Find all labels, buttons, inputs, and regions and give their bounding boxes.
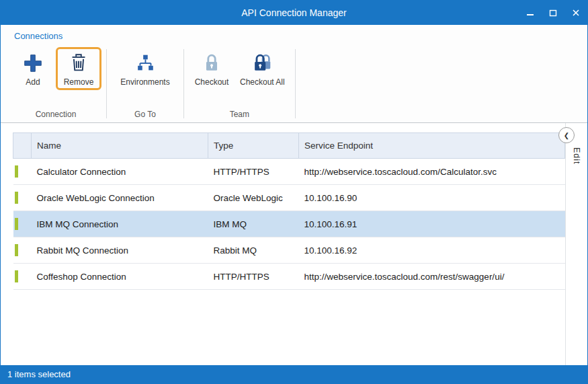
environments-button[interactable]: Environments	[112, 47, 179, 90]
panel-collapse-button[interactable]: ❮	[558, 127, 575, 143]
trash-icon	[67, 51, 91, 75]
ribbon-separator	[295, 49, 296, 118]
ribbon-group-goto: Environments Go To	[109, 47, 181, 122]
status-indicator	[15, 270, 18, 282]
add-button[interactable]: Add	[10, 47, 56, 90]
cell-endpoint: http://webservice.toscacloud.com/Calcula…	[299, 159, 565, 185]
table-row[interactable]: Calculator Connection HTTP/HTTPS http://…	[13, 159, 565, 185]
cell-name: Coffeshop Connection	[32, 264, 208, 290]
edit-side-panel: ❮ Edit	[565, 123, 587, 366]
cell-name: IBM MQ Connection	[32, 211, 208, 237]
checkout-all-label: Checkout All	[240, 77, 285, 87]
ribbon-separator	[183, 49, 184, 118]
edit-panel-label[interactable]: Edit	[572, 147, 581, 165]
header-indicator[interactable]	[13, 133, 32, 159]
ribbon-group-team: Checkout Checkout All	[186, 47, 293, 122]
ribbon-separator	[106, 49, 107, 118]
add-label: Add	[26, 77, 40, 87]
ribbon: Add Remove C	[1, 47, 587, 123]
sitemap-icon	[133, 51, 157, 75]
table-area: Name Type Service Endpoint Calculator Co…	[1, 123, 565, 366]
cell-name: Rabbit MQ Connection	[32, 237, 208, 264]
status-bar: 1 items selected	[1, 365, 587, 383]
table-row[interactable]: Coffeshop Connection HTTP/HTTPS http://w…	[13, 264, 565, 290]
maximize-button[interactable]	[542, 1, 564, 25]
group-label-connection: Connection	[10, 108, 101, 122]
cell-type: Oracle WebLogic	[208, 185, 299, 211]
ribbon-tab-row: Connections	[1, 25, 587, 47]
cell-endpoint: 10.100.16.92	[299, 237, 565, 264]
status-indicator	[15, 218, 18, 230]
minimize-icon	[526, 9, 534, 17]
tab-connections[interactable]: Connections	[14, 31, 62, 41]
cell-type: HTTP/HTTPS	[208, 264, 299, 290]
cell-endpoint: http://webservice.toscacloud.com/rest/sw…	[299, 264, 565, 290]
cell-endpoint: 10.100.16.91	[299, 211, 565, 237]
plus-icon	[21, 51, 45, 75]
checkout-label: Checkout	[195, 77, 229, 87]
remove-button[interactable]: Remove	[56, 47, 101, 90]
status-indicator	[15, 244, 18, 256]
table-row[interactable]: Rabbit MQ Connection Rabbit MQ 10.100.16…	[13, 237, 565, 264]
status-indicator	[15, 192, 18, 204]
title-bar[interactable]: API Connection Manager	[1, 1, 587, 25]
close-button[interactable]	[564, 1, 587, 25]
cell-endpoint: 10.100.16.90	[299, 185, 565, 211]
environments-label: Environments	[120, 77, 169, 87]
maximize-icon	[549, 9, 557, 17]
window-title: API Connection Manager	[1, 7, 587, 18]
header-name[interactable]: Name	[32, 133, 208, 159]
group-label-goto: Go To	[112, 108, 179, 122]
content-area: Name Type Service Endpoint Calculator Co…	[1, 123, 587, 366]
cell-name: Calculator Connection	[32, 159, 208, 185]
table-row[interactable]: Oracle WebLogic Connection Oracle WebLog…	[13, 185, 565, 211]
checkout-button[interactable]: Checkout	[189, 47, 235, 90]
app-window: API Connection Manager Connections	[0, 0, 588, 384]
table-header-row: Name Type Service Endpoint	[13, 133, 565, 159]
checkout-all-button[interactable]: Checkout All	[235, 47, 290, 90]
table-row[interactable]: IBM MQ Connection IBM MQ 10.100.16.91	[13, 211, 565, 237]
header-endpoint[interactable]: Service Endpoint	[299, 133, 565, 159]
locks-icon	[250, 51, 274, 75]
group-label-team: Team	[189, 108, 290, 122]
header-type[interactable]: Type	[208, 133, 299, 159]
cell-name: Oracle WebLogic Connection	[32, 185, 208, 211]
chevron-left-icon: ❮	[564, 132, 569, 139]
connections-table: Name Type Service Endpoint Calculator Co…	[13, 132, 565, 290]
status-indicator	[15, 165, 18, 178]
lock-icon	[200, 51, 224, 75]
cell-type: Rabbit MQ	[208, 237, 299, 264]
ribbon-group-connection: Add Remove C	[7, 47, 104, 122]
minimize-button[interactable]	[519, 1, 542, 25]
cell-type: IBM MQ	[208, 211, 299, 237]
remove-label: Remove	[64, 77, 94, 87]
close-icon	[572, 9, 580, 17]
status-text: 1 items selected	[7, 369, 71, 379]
cell-type: HTTP/HTTPS	[208, 159, 299, 185]
